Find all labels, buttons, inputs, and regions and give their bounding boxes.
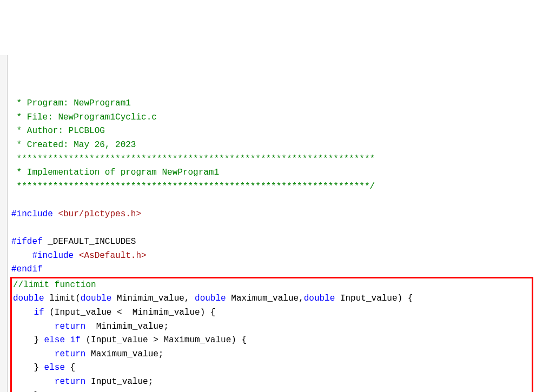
fold-gutter [0, 55, 8, 392]
indent [11, 251, 32, 261]
endif-keyword: #endif [11, 264, 43, 274]
highlight-box: //limit functiondouble limit(double Mini… [10, 277, 533, 392]
include-path: <bur/plctypes.h> [53, 209, 141, 219]
comment-line: * File: NewProgram1Cyclic.c [11, 112, 157, 122]
return-keyword: return [55, 349, 86, 359]
comment-line: * Program: NewProgram1 [11, 98, 131, 108]
brace: } [13, 335, 44, 345]
include-path: <AsDefault.h> [74, 251, 146, 261]
type-keyword: double [13, 294, 44, 303]
space [65, 335, 70, 345]
condition: (Input_value < Minimim_value) { [44, 308, 216, 317]
return-keyword: return [55, 322, 86, 331]
comment-line: * Created: May 26, 2023 [11, 140, 136, 150]
brace: } [13, 363, 44, 373]
code-editor[interactable]: * Program: NewProgram1 * File: NewProgra… [0, 55, 536, 392]
else-keyword: else [44, 363, 65, 373]
return-value: Minimim_value; [85, 322, 169, 331]
if-keyword: if [34, 308, 44, 317]
param: Maximum_value, [226, 294, 304, 303]
param: Input_value) { [335, 294, 413, 303]
comment-line: ****************************************… [11, 182, 375, 191]
comment-line: * Author: PLCBLOG [11, 126, 105, 136]
indent [13, 322, 55, 331]
return-value: Maximum_value; [85, 349, 163, 359]
macro-name: _DEFAULT_INCLUDES [43, 237, 136, 247]
else-keyword: else [44, 335, 65, 345]
function-name: limit( [44, 294, 81, 303]
type-keyword: double [195, 294, 226, 303]
comment-line: //limit function [13, 280, 96, 290]
param: Minimim_value, [111, 294, 195, 303]
include-keyword: #include [11, 209, 53, 219]
code-content[interactable]: * Program: NewProgram1 * File: NewProgra… [11, 97, 533, 392]
indent [13, 308, 34, 317]
return-keyword: return [55, 377, 86, 387]
indent [13, 377, 55, 387]
condition: (Input_value > Maximum_value) { [81, 335, 247, 345]
indent [13, 349, 55, 359]
ifdef-keyword: #ifdef [11, 237, 43, 247]
type-keyword: double [81, 294, 112, 303]
include-keyword: #include [32, 251, 74, 261]
return-value: Input_value; [85, 377, 153, 387]
brace: { [65, 363, 75, 373]
comment-line: * Implementation of program NewProgram1 [11, 168, 219, 177]
if-keyword: if [70, 335, 81, 345]
comment-line: ****************************************… [11, 154, 375, 164]
type-keyword: double [304, 294, 335, 303]
